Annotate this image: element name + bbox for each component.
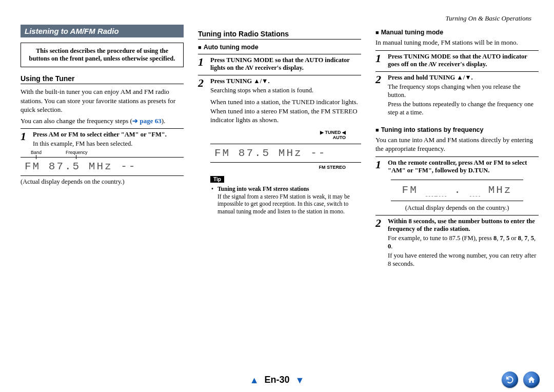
tuner-display-wrap: TUNED AUTO FM 87.5 MHz -- FM STEREO — [210, 130, 361, 170]
page-body: Listening to AM/FM Radio This section de… — [0, 0, 554, 271]
back-button[interactable] — [502, 371, 518, 388]
tuner-display: FM 87.5 MHz -- — [210, 144, 361, 163]
text: You can also change the frequency steps … — [21, 117, 132, 125]
square-bullet-icon: ■ — [375, 29, 379, 35]
step-number: 1 — [198, 56, 207, 72]
page-number: En-30 — [264, 375, 289, 385]
display-caption: (Actual display depends on the country.) — [375, 204, 539, 212]
page-xref[interactable]: ➔ page 63 — [132, 117, 162, 125]
step-number: 2 — [375, 74, 385, 117]
step-1: 1 Press TUNING MODE so that the AUTO ind… — [198, 54, 361, 72]
home-icon — [527, 376, 536, 384]
step-1: 1 Press TUNING MODE so that the AUTO ind… — [375, 50, 539, 68]
step-title: Press and hold TUNING ▲/▼. — [388, 74, 539, 82]
step-number: 1 — [375, 159, 385, 174]
display-caption: (Actual display depends on the country.) — [21, 178, 184, 186]
heading-tuning-stations: Tuning into Radio Stations — [198, 30, 361, 40]
paragraph: In manual tuning mode, FM stations will … — [375, 38, 539, 47]
display-text: FM . MHz — [402, 184, 512, 196]
square-bullet-icon: ■ — [198, 44, 202, 50]
tip-body: If the signal from a stereo FM station i… — [217, 193, 350, 215]
step-2: 2 Press TUNING ▲/▼. Searching stops when… — [198, 75, 361, 94]
paragraph: You can also change the frequency steps … — [21, 116, 184, 126]
seg-blank — [436, 184, 446, 197]
subheading-auto: ■Auto tuning mode — [198, 44, 361, 51]
paragraph: When tuned into a station, the TUNED ind… — [210, 97, 361, 125]
step-text: If you have entered the wrong number, yo… — [388, 251, 539, 268]
subheading-text: Auto tuning mode — [204, 44, 259, 51]
auto-indicator: AUTO — [333, 135, 346, 140]
seg-fm: FM — [402, 184, 418, 196]
step-text: The frequency stops changing when you re… — [388, 83, 539, 100]
home-button[interactable] — [523, 371, 540, 388]
step-title: Press TUNING ▲/▼. — [210, 77, 361, 85]
tuner-display: FM 87.5 MHz -- — [21, 157, 184, 176]
tuned-indicator: TUNED — [320, 130, 346, 135]
step-title: On the remote controller, press AM or FM… — [388, 159, 539, 174]
column-3: ■Manual tuning mode In manual tuning mod… — [375, 15, 539, 271]
column-2: Tuning into Radio Stations ■Auto tuning … — [198, 15, 361, 271]
tip-label: Tip — [210, 176, 224, 183]
page-footer: ▲ En-30 ▼ — [0, 375, 554, 386]
section-banner: Listening to AM/FM Radio — [21, 25, 184, 37]
subheading-manual: ■Manual tuning mode — [375, 29, 539, 36]
step-text: Press the buttons repeatedly to change t… — [388, 100, 539, 117]
corner-nav — [502, 371, 540, 388]
paragraph: You can tune into AM and FM stations dir… — [375, 135, 539, 153]
step-title: Press AM or FM to select either "AM" or … — [33, 131, 184, 139]
display-text: FM 87.5 MHz -- — [214, 147, 326, 159]
column-1: Listening to AM/FM Radio This section de… — [21, 15, 184, 271]
text: ). — [162, 117, 166, 125]
label-frequency: Frequency — [66, 150, 88, 155]
tip-head: Tuning into weak FM stereo stations — [217, 186, 309, 192]
step-number: 2 — [375, 218, 385, 268]
seg-unit: MHz — [488, 184, 512, 196]
step-text: For example, to tune to 87.5 (FM), press… — [388, 234, 539, 251]
label-band: Band — [31, 150, 42, 155]
step-number: 2 — [198, 77, 207, 94]
prev-page-button[interactable]: ▲ — [247, 375, 262, 385]
tip-list: Tuning into weak FM stereo stations If t… — [210, 185, 361, 216]
subheading-text: Manual tuning mode — [381, 29, 444, 36]
heading-using-tuner: Using the Tuner — [21, 74, 184, 84]
display-text: FM 87.5 MHz -- — [25, 161, 136, 172]
seg-blank — [470, 184, 480, 197]
step-2: 2 Within 8 seconds, use the number butto… — [375, 215, 539, 268]
xref-label: page 63 — [140, 117, 161, 125]
arrow-icon: ➔ — [132, 117, 140, 125]
subheading-byfreq: ■Tuning into stations by frequency — [375, 126, 539, 133]
step-text: Searching stops when a station is found. — [210, 86, 361, 94]
step-1: 1 Press AM or FM to select either "AM" o… — [21, 128, 184, 148]
step-title: Press TUNING MODE so that the AUTO indic… — [210, 56, 361, 72]
step-title: Press TUNING MODE so that the AUTO indic… — [388, 53, 539, 68]
step-2: 2 Press and hold TUNING ▲/▼. The frequen… — [375, 71, 539, 117]
intro-box: This section describes the procedure of … — [21, 43, 184, 67]
subheading-text: Tuning into stations by frequency — [381, 126, 484, 133]
tip-item: Tuning into weak FM stereo stations If t… — [217, 185, 361, 216]
step-number: 1 — [375, 53, 385, 68]
display-top-labels: TUNED AUTO — [210, 130, 361, 141]
step-number: 1 — [21, 131, 30, 148]
fm-stereo-indicator: FM STEREO — [210, 165, 361, 170]
paragraph: With the built-in tuner you can enjoy AM… — [21, 87, 184, 114]
square-bullet-icon: ■ — [375, 127, 379, 133]
header-section: Turning On & Basic Operations — [445, 14, 531, 23]
seg-dot: . — [446, 184, 470, 196]
undo-icon — [505, 375, 515, 384]
step-title: Within 8 seconds, use the number buttons… — [388, 218, 539, 233]
seg-blank — [426, 184, 436, 197]
tuner-display: FM . MHz — [391, 180, 523, 201]
step-1: 1 On the remote controller, press AM or … — [375, 156, 539, 174]
next-page-button[interactable]: ▼ — [292, 375, 308, 385]
step-text: In this example, FM has been selected. — [33, 140, 184, 148]
